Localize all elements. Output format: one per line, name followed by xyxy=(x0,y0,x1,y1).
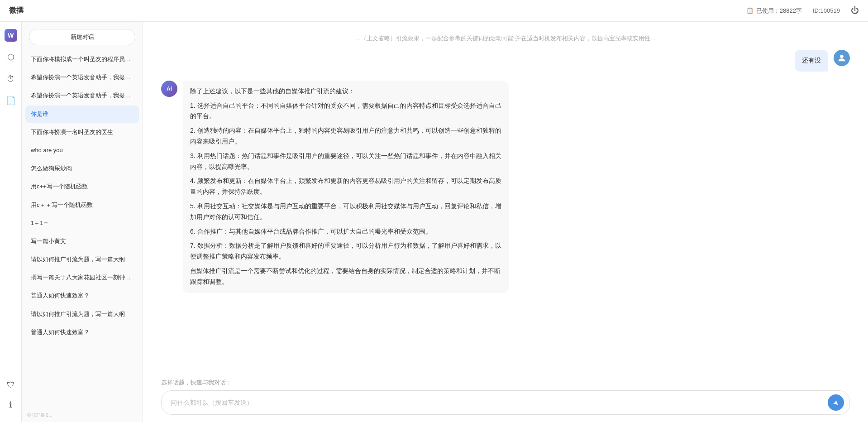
id-display: ID:100519 xyxy=(813,7,840,14)
user-avatar xyxy=(834,50,850,66)
message-bubble-assistant: 除了上述建议，以下是一些其他的自媒体推广引流的建议：1. 选择适合自己的平台：不… xyxy=(183,81,509,293)
conversation-item[interactable]: 普通人如何快速致富？ xyxy=(25,324,139,341)
conversation-item[interactable]: 下面你将模拟成一个叫圣友的程序员，我说... xyxy=(25,51,139,68)
send-icon: ➤ xyxy=(831,398,841,408)
clock-icon[interactable]: ⏱ xyxy=(5,72,17,85)
conversation-item[interactable]: 1＋1＝ xyxy=(25,215,139,232)
send-button[interactable]: ➤ xyxy=(828,394,844,411)
input-row: ➤ xyxy=(161,390,850,415)
icon-sidebar-top: W ⬡ ⏱ 📄 xyxy=(5,29,17,369)
conversation-item[interactable]: 请以如何推广引流为题，写一篇大纲 xyxy=(25,306,139,323)
icon-sidebar: W ⬡ ⏱ 📄 🛡 ℹ xyxy=(0,22,22,422)
usage-display: 📋 已使用：28822字 xyxy=(746,7,802,15)
conversation-item[interactable]: 你是谁 xyxy=(25,106,139,123)
shield-icon[interactable]: 🛡 xyxy=(5,379,17,391)
ai-avatar: Ai xyxy=(161,81,177,97)
chat-area: ...（上文省略）引流效果，一起配合参考的关键词的活动可能 并在适当时机发布相关… xyxy=(143,22,868,422)
conversation-item[interactable]: 用c＋＋写一个随机函数 xyxy=(25,197,139,214)
chat-input[interactable] xyxy=(171,399,823,406)
conv-list: 下面你将模拟成一个叫圣友的程序员，我说...希望你扮演一个英语发音助手，我提供给… xyxy=(22,51,143,408)
topbar: 微撰 📋 已使用：28822字 ID:100519 ⏻ xyxy=(0,0,868,22)
sidebar-toggle[interactable]: ▶ xyxy=(143,213,143,231)
conversation-item[interactable]: 希望你扮演一个英语发音助手，我提供给你... xyxy=(25,87,139,104)
icp-text: © ICP备2... xyxy=(22,408,143,422)
conversation-item[interactable]: 用c++写一个随机函数 xyxy=(25,178,139,195)
info-icon[interactable]: ℹ xyxy=(5,398,17,411)
conversation-item[interactable]: 下面你将扮演一名叫圣友的医生 xyxy=(25,124,139,141)
power-icon[interactable]: ⏻ xyxy=(851,6,859,15)
conversation-item[interactable]: 请以如何推广引流为题，写一篇大纲 xyxy=(25,251,139,268)
chat-input-area: 选择话题，快速与我对话： ➤ xyxy=(143,373,868,422)
truncated-message: ...（上文省略）引流效果，一起配合参考的关键词的活动可能 并在适当时机发布相关… xyxy=(161,31,850,50)
quick-topics-label: 选择话题，快速与我对话： xyxy=(161,379,850,387)
main-layout: W ⬡ ⏱ 📄 🛡 ℹ 新建对话 ▶ 下面你将模拟成一个叫圣友的程序员，我说..… xyxy=(0,22,868,422)
conv-sidebar: 新建对话 ▶ 下面你将模拟成一个叫圣友的程序员，我说...希望你扮演一个英语发音… xyxy=(22,22,143,422)
w-logo: W xyxy=(5,29,17,42)
message-bubble-user: 还有没 xyxy=(795,50,828,72)
conversation-item[interactable]: 普通人如何快速致富？ xyxy=(25,287,139,304)
new-chat-button[interactable]: 新建对话 xyxy=(29,29,135,45)
icon-sidebar-bottom: 🛡 ℹ xyxy=(5,379,17,415)
cube-icon[interactable]: ⬡ xyxy=(5,51,17,63)
conversation-item[interactable]: who are you xyxy=(25,142,139,159)
usage-icon: 📋 xyxy=(746,7,754,14)
message-row: 还有没 xyxy=(161,50,850,72)
chat-messages: ...（上文省略）引流效果，一起配合参考的关键词的活动可能 并在适当时机发布相关… xyxy=(143,22,868,373)
usage-text: 已使用：28822字 xyxy=(756,7,802,15)
svg-point-0 xyxy=(840,55,843,58)
conversation-item[interactable]: 怎么做狗屎炒肉 xyxy=(25,160,139,177)
conversation-item[interactable]: 撰写一篇关于八大家花园社区一刻钟便民生... xyxy=(25,269,139,286)
topbar-right: 📋 已使用：28822字 ID:100519 ⏻ xyxy=(746,6,859,15)
app-title: 微撰 xyxy=(9,6,24,15)
conversation-item[interactable]: 写一篇小黄文 xyxy=(25,233,139,250)
message-row: Ai除了上述建议，以下是一些其他的自媒体推广引流的建议：1. 选择适合自己的平台… xyxy=(161,81,850,293)
document-icon[interactable]: 📄 xyxy=(5,94,17,107)
conversation-item[interactable]: 希望你扮演一个英语发音助手，我提供给你... xyxy=(25,69,139,86)
